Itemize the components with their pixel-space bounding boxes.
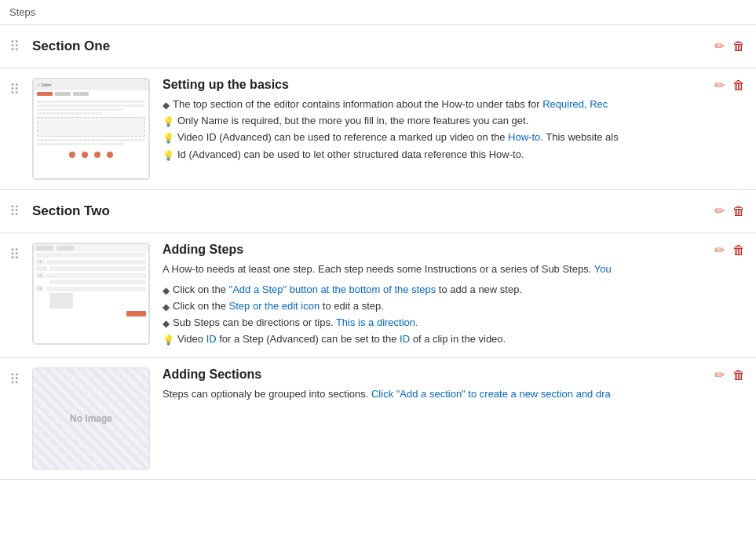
diamond-icon: ◆ xyxy=(163,283,170,298)
step-setting-up-edit-button[interactable]: ✏ xyxy=(713,78,726,93)
thumbnail-adding-steps: 1 2 3 xyxy=(32,243,150,345)
page-header: Steps xyxy=(0,0,756,25)
step-title-adding-sections: Adding Sections xyxy=(163,368,703,382)
page-container: Steps ⠿ Section One ✏ 🗑 ⠿ ✓ Editor xyxy=(0,0,756,480)
section-row-two: ⠿ Section Two ✏ 🗑 xyxy=(0,190,756,233)
step-list-adding-steps: ◆ Click on the "Add a Step" button at th… xyxy=(163,282,703,349)
diamond-icon: ◆ xyxy=(163,300,170,315)
step-adding-sections-edit-button[interactable]: ✏ xyxy=(713,368,726,383)
step-content-adding-sections: Adding Sections Steps can optionaly be g… xyxy=(163,368,703,407)
section-row-one: ⠿ Section One ✏ 🗑 xyxy=(0,25,756,68)
step-list-setting-up: ◆ The top section of the editor contains… xyxy=(163,97,703,163)
diamond-icon: ◆ xyxy=(163,98,170,113)
step-row-setting-up: ⠿ ✓ Editor xyxy=(0,68,756,190)
no-image-label: No Image xyxy=(33,368,149,469)
step-desc-adding-sections: Steps can optionaly be grouped into sect… xyxy=(163,386,703,402)
section-one-edit-button[interactable]: ✏ xyxy=(713,38,726,54)
section-two-title: Section Two xyxy=(32,203,703,219)
step-adding-steps-actions: ✏ 🗑 xyxy=(713,243,747,258)
step-adding-steps-edit-button[interactable]: ✏ xyxy=(713,243,726,258)
list-item: 💡 Video ID (Advanced) can be used to ref… xyxy=(163,130,703,146)
step-desc-adding-steps: A How-to needs at least one step. Each s… xyxy=(163,262,703,277)
drag-handle-adding-steps[interactable]: ⠿ xyxy=(9,243,20,263)
bulb-icon: 💡 xyxy=(163,131,174,146)
step-content-adding-steps: Adding Steps A How-to needs at least one… xyxy=(163,243,703,348)
section-two-edit-button[interactable]: ✏ xyxy=(713,203,726,219)
drag-handle-setting-up[interactable]: ⠿ xyxy=(9,78,20,98)
diamond-icon: ◆ xyxy=(163,316,170,331)
page-header-label: Steps xyxy=(9,6,35,18)
list-item: ◆ Click on the "Add a Step" button at th… xyxy=(163,282,703,298)
step-adding-steps-delete-button[interactable]: 🗑 xyxy=(731,243,747,258)
step-title-setting-up: Setting up the basics xyxy=(163,78,703,92)
step-adding-sections-actions: ✏ 🗑 xyxy=(713,368,747,383)
list-item: 💡 Only Name is required, but the more yo… xyxy=(163,113,703,130)
list-item: ◆ Click on the Step or the edit icon to … xyxy=(163,298,703,315)
section-two-actions: ✏ 🗑 xyxy=(713,203,747,219)
bulb-icon: 💡 xyxy=(163,115,174,130)
thumbnail-setting-up: ✓ Editor xyxy=(32,78,150,180)
section-one-title: Section One xyxy=(32,38,703,54)
step-row-adding-steps: ⠿ 1 2 xyxy=(0,233,756,358)
step-title-adding-steps: Adding Steps xyxy=(163,243,703,257)
list-item: ◆ Sub Steps can be directions or tips. T… xyxy=(163,315,703,331)
section-one-actions: ✏ 🗑 xyxy=(713,38,747,54)
list-item: 💡 Video ID for a Step (Advanced) can be … xyxy=(163,331,703,348)
step-content-setting-up: Setting up the basics ◆ The top section … xyxy=(163,78,703,163)
list-item: 💡 Id (Advanced) can be used to let other… xyxy=(163,147,703,163)
step-setting-up-actions: ✏ 🗑 xyxy=(713,78,747,93)
drag-handle-adding-sections[interactable]: ⠿ xyxy=(9,368,20,388)
drag-handle-section-one[interactable]: ⠿ xyxy=(9,38,20,55)
drag-handle-section-two[interactable]: ⠿ xyxy=(9,203,20,220)
thumbnail-adding-sections: No Image xyxy=(32,368,150,470)
step-row-adding-sections: ⠿ No Image Adding Sections Steps can opt… xyxy=(0,358,756,480)
section-two-delete-button[interactable]: 🗑 xyxy=(731,203,747,219)
step-adding-sections-delete-button[interactable]: 🗑 xyxy=(731,368,747,383)
bulb-icon: 💡 xyxy=(163,148,174,163)
section-one-delete-button[interactable]: 🗑 xyxy=(731,38,747,54)
step-setting-up-delete-button[interactable]: 🗑 xyxy=(731,78,747,93)
bulb-icon: 💡 xyxy=(163,333,174,348)
list-item: ◆ The top section of the editor contains… xyxy=(163,97,703,113)
